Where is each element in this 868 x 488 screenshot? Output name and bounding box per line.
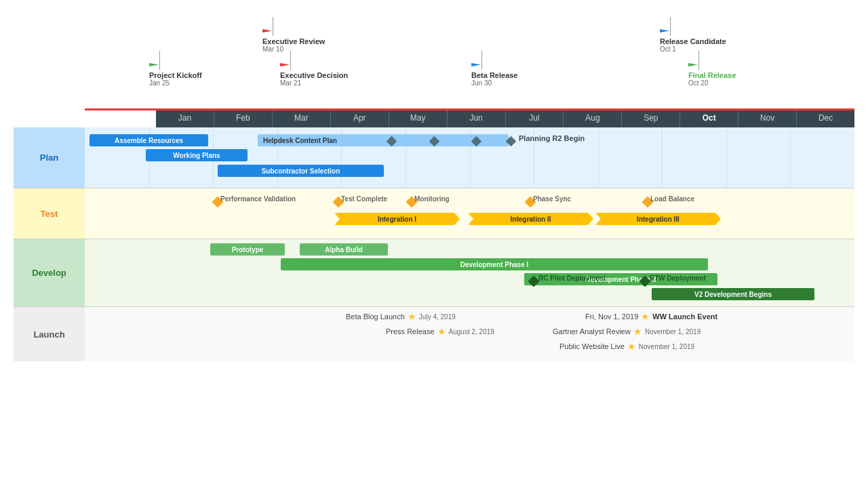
phase-sync-label: Phase Sync xyxy=(533,195,571,203)
bar-integration-3: Integration III xyxy=(595,213,721,225)
star-icon-ww: ★ xyxy=(641,311,650,322)
gartner-label: Gartner Analyst Review xyxy=(553,327,631,336)
kickoff-label: Project Kickoff xyxy=(149,71,202,79)
milestone-exec-decision: Executive Decision Mar 21 xyxy=(280,51,348,87)
gartner-event: Gartner Analyst Review ★ November 1, 201… xyxy=(553,326,701,337)
bar-v2-dev: V2 Development Begins xyxy=(652,288,814,300)
month-feb: Feb xyxy=(214,108,273,127)
test-content: Performance Validation Test Complete Mon… xyxy=(85,188,854,239)
bar-subcontractor: Subcontractor Selection xyxy=(218,165,384,177)
milestone-beta: Beta Release Jun 30 xyxy=(471,51,518,87)
month-aug: Aug xyxy=(564,108,622,127)
milestone-rc: Release Candidate Oct 1 xyxy=(660,17,726,53)
bar-dev-phase-1: Development Phase I xyxy=(281,258,708,270)
final-date: Oct 20 xyxy=(688,79,708,87)
bar-prototype: Prototype xyxy=(210,243,285,256)
launch-lane: Launch Beta Blog Launch ★ July 4, 2019 P… xyxy=(14,307,854,361)
swimlanes: Plan Assemble Resources Working Plans xyxy=(14,127,854,361)
month-mar: Mar xyxy=(273,108,331,127)
star-icon-website: ★ xyxy=(627,341,636,352)
star-icon-gartner: ★ xyxy=(633,326,642,337)
beta-blog-label: Beta Blog Launch xyxy=(346,312,405,321)
milestone-kickoff: Project Kickoff Jan 25 xyxy=(149,51,202,87)
test-lane: Test Performance Validation Test Complet… xyxy=(14,188,854,239)
gartner-date: November 1, 2019 xyxy=(645,328,701,336)
public-website-label: Public Website Live xyxy=(559,342,625,350)
launch-label: Launch xyxy=(14,307,85,361)
bar-alpha: Alpha Build xyxy=(300,243,388,256)
perf-label: Performance Validation xyxy=(220,195,296,203)
final-label: Final Release xyxy=(688,71,736,79)
beta-blog-date: July 4, 2019 xyxy=(419,313,456,321)
monitoring-label: Monitoring xyxy=(414,195,450,203)
month-apr: Apr xyxy=(331,108,389,127)
beta-date: Jun 30 xyxy=(471,79,492,87)
beta-label: Beta Release xyxy=(471,71,518,79)
exec-review-label: Executive Review xyxy=(262,37,325,45)
milestone-exec-review: Executive Review Mar 10 xyxy=(262,17,325,53)
star-icon-beta: ★ xyxy=(408,311,416,322)
press-release-date: August 2, 2019 xyxy=(449,328,494,336)
rtw-label: RTW Deployment xyxy=(650,274,706,282)
ww-launch-event: Fri, Nov 1, 2019 ★ WW Launch Event xyxy=(585,311,717,322)
milestone-final: Final Release Oct 20 xyxy=(688,51,736,87)
star-icon-press: ★ xyxy=(437,326,446,337)
plan-lane: Plan Assemble Resources Working Plans xyxy=(14,127,854,188)
public-website-event: Public Website Live ★ November 1, 2019 xyxy=(559,341,694,352)
press-release-event: Press Release ★ August 2, 2019 xyxy=(386,326,494,337)
ww-launch-label: WW Launch Event xyxy=(652,312,717,321)
plan-content: Assemble Resources Working Plans Subcont… xyxy=(85,127,854,188)
public-website-date: November 1, 2019 xyxy=(639,343,694,350)
rc-pilot-label: RC Pilot Deployment xyxy=(538,274,606,282)
load-balance-label: Load Balance xyxy=(650,195,694,203)
month-dec: Dec xyxy=(797,108,854,127)
ww-date: Fri, Nov 1, 2019 xyxy=(585,312,638,321)
plan-label: Plan xyxy=(14,127,85,188)
develop-content: Prototype Alpha Build Development Phase … xyxy=(85,239,854,306)
test-label: Test xyxy=(14,188,85,239)
bar-integration-1: Integration I xyxy=(334,213,460,225)
month-bar: Jan Feb Mar Apr May Jun Jul Aug Sep Oct … xyxy=(85,108,854,127)
month-sep: Sep xyxy=(622,108,680,127)
beta-blog-event: Beta Blog Launch ★ July 4, 2019 xyxy=(346,311,456,322)
press-release-label: Press Release xyxy=(386,327,435,336)
month-nov: Nov xyxy=(738,108,797,127)
launch-content: Beta Blog Launch ★ July 4, 2019 Press Re… xyxy=(85,307,854,361)
exec-decision-label: Executive Decision xyxy=(280,71,348,79)
rc-date: Oct 1 xyxy=(660,45,676,53)
develop-label: Develop xyxy=(14,239,85,306)
month-jun: Jun xyxy=(448,108,506,127)
kickoff-date: Jan 25 xyxy=(149,79,170,87)
main-container: 2019 Project Kickoff Jan 25 Executive Re… xyxy=(0,0,868,488)
rc-label: Release Candidate xyxy=(660,37,726,45)
month-oct: Oct xyxy=(680,108,738,127)
month-jul: Jul xyxy=(506,108,564,127)
month-may: May xyxy=(389,108,448,127)
develop-lane: Develop Prototype Alpha Build Developmen… xyxy=(14,239,854,307)
exec-decision-date: Mar 21 xyxy=(280,79,301,87)
test-complete-label: Test Complete xyxy=(341,195,387,203)
bar-working-plans: Working Plans xyxy=(146,149,248,161)
planning-r2-label: Planning R2 Begin xyxy=(519,134,585,142)
month-jan: Jan xyxy=(156,108,214,127)
bar-assemble: Assemble Resources xyxy=(90,134,208,146)
milestones-area: Project Kickoff Jan 25 Executive Review … xyxy=(85,14,854,108)
bar-integration-2: Integration II xyxy=(468,213,593,225)
